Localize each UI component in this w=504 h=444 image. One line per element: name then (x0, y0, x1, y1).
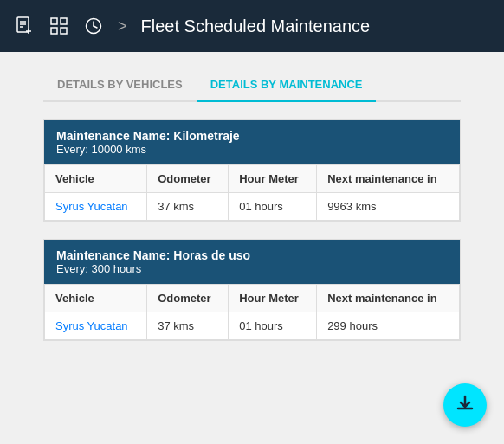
hourmeter-1-0: 01 hours (229, 193, 317, 221)
col-hourmeter-1: Hour Meter (229, 165, 317, 193)
svg-line-12 (94, 26, 97, 28)
odometer-1-0: 37 kms (147, 193, 229, 221)
maintenance-block-2: Maintenance Name: Horas de uso Every: 30… (43, 239, 461, 341)
vehicle-name-2-0[interactable]: Syrus Yucatan (45, 312, 147, 340)
grid-icon[interactable] (48, 16, 69, 36)
vehicle-name-1-0[interactable]: Syrus Yucatan (45, 193, 147, 221)
maintenance-name-1: Maintenance Name: Kilometraje (56, 129, 448, 143)
col-odometer-1: Odometer (147, 165, 229, 193)
maintenance-header-1: Maintenance Name: Kilometraje Every: 100… (44, 120, 460, 164)
maintenance-sub-1: Every: 10000 kms (56, 143, 448, 156)
tab-by-maintenance[interactable]: DETAILS BY MAINTENANCE (197, 69, 377, 102)
tab-bar: DETAILS BY VEHICLES DETAILS BY MAINTENAN… (43, 69, 461, 102)
maintenance-table-1: Vehicle Odometer Hour Meter Next mainten… (44, 164, 460, 221)
svg-rect-9 (61, 28, 67, 34)
clock-icon[interactable] (83, 16, 104, 36)
header: > Fleet Scheduled Maintenance (0, 0, 504, 52)
col-odometer-2: Odometer (147, 285, 229, 312)
col-hourmeter-2: Hour Meter (229, 285, 317, 312)
maintenance-table-2: Vehicle Odometer Hour Meter Next mainten… (44, 284, 460, 340)
col-next-1: Next maintenance in (317, 165, 460, 193)
svg-rect-7 (61, 18, 67, 24)
hourmeter-2-0: 01 hours (229, 312, 317, 340)
download-fab[interactable] (443, 383, 487, 427)
next-1-0: 9963 kms (317, 193, 460, 221)
table-header-row-1: Vehicle Odometer Hour Meter Next mainten… (45, 165, 460, 193)
maintenance-block-1: Maintenance Name: Kilometraje Every: 100… (43, 119, 461, 222)
col-next-2: Next maintenance in (317, 285, 460, 312)
main-content: DETAILS BY VEHICLES DETAILS BY MAINTENAN… (0, 52, 504, 444)
tab-by-vehicles[interactable]: DETAILS BY VEHICLES (43, 69, 197, 102)
col-vehicle-2: Vehicle (45, 285, 147, 312)
table-header-row-2: Vehicle Odometer Hour Meter Next mainten… (45, 285, 460, 312)
col-vehicle-1: Vehicle (45, 165, 147, 193)
new-document-icon[interactable] (14, 16, 35, 36)
download-icon (456, 394, 475, 417)
table-row: Syrus Yucatan 37 kms 01 hours 299 hours (45, 312, 460, 340)
odometer-2-0: 37 kms (147, 312, 229, 340)
svg-rect-6 (51, 18, 57, 24)
maintenance-header-2: Maintenance Name: Horas de uso Every: 30… (44, 240, 460, 284)
breadcrumb-separator: > (118, 17, 127, 35)
maintenance-sub-2: Every: 300 hours (56, 262, 448, 275)
svg-rect-8 (51, 28, 57, 34)
page-title: Fleet Scheduled Maintenance (141, 16, 371, 36)
maintenance-name-2: Maintenance Name: Horas de uso (56, 248, 448, 262)
next-2-0: 299 hours (317, 312, 460, 340)
table-row: Syrus Yucatan 37 kms 01 hours 9963 kms (45, 193, 460, 221)
